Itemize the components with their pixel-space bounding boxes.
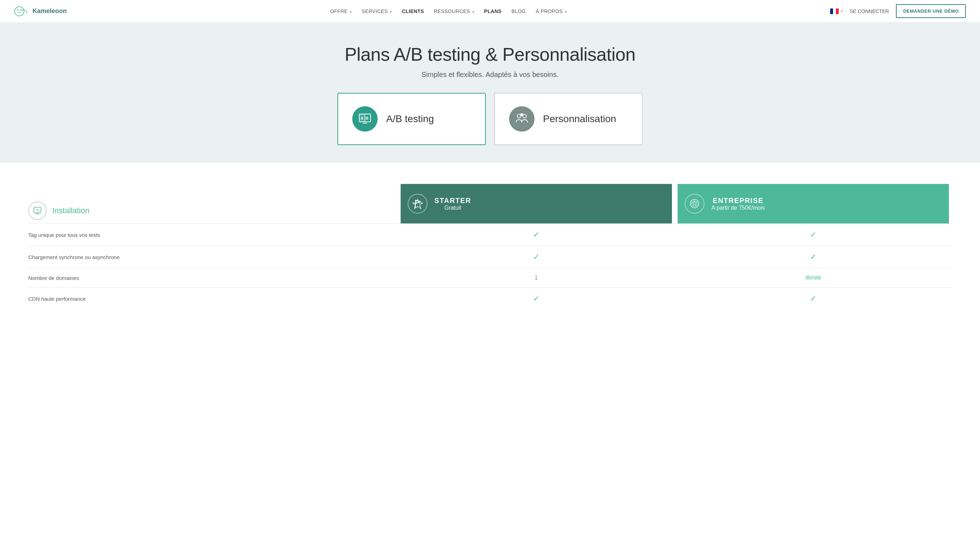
svg-point-1 bbox=[17, 9, 18, 11]
login-link[interactable]: SE CONNECTER bbox=[849, 8, 889, 14]
table-row: Tag unique pour tous vos tests✓✓ bbox=[28, 224, 952, 246]
hero-title: Plans A/B testing & Personnalisation bbox=[14, 44, 966, 65]
svg-rect-3 bbox=[830, 8, 833, 14]
nav-links: OFFRE ▾ SERVICES ▾ CLIENTS RESSOURCES ▾ … bbox=[330, 8, 567, 15]
starter-plan-header: STARTER Gratuit bbox=[401, 184, 672, 223]
check-icon: ✓ bbox=[810, 230, 817, 239]
language-selector[interactable]: ▾ bbox=[830, 8, 843, 14]
nav-item-apropos[interactable]: À PROPOS ▾ bbox=[536, 8, 567, 15]
brand-name: Kameleoon bbox=[33, 7, 67, 15]
svg-point-2 bbox=[20, 9, 21, 11]
plan-cards: A B A/B testing Personnali bbox=[331, 93, 649, 145]
svg-text:A: A bbox=[361, 116, 364, 121]
check-icon: ✓ bbox=[810, 294, 817, 303]
svg-text:</>: </> bbox=[36, 210, 40, 212]
flag-icon bbox=[830, 8, 839, 14]
feature-label: Tag unique pour tous vos tests bbox=[28, 224, 398, 246]
ab-testing-icon: A B bbox=[352, 106, 378, 132]
installation-icon: </> bbox=[28, 202, 47, 220]
starter-value: ✓ bbox=[398, 224, 675, 246]
check-icon: ✓ bbox=[810, 252, 817, 261]
feature-label: CDN haute performance bbox=[28, 288, 398, 310]
starter-value: ✓ bbox=[398, 246, 675, 268]
svg-rect-4 bbox=[833, 8, 836, 14]
entreprise-column-header: ENTREPRISE A partir de 750€/mois bbox=[675, 184, 952, 224]
svg-rect-5 bbox=[836, 8, 839, 14]
starter-value: 1 bbox=[398, 268, 675, 288]
entreprise-value: ✓ bbox=[675, 246, 952, 268]
table-row: Nombre de domaines1illimité bbox=[28, 268, 952, 288]
pricing-section: </> Installation bbox=[0, 163, 980, 324]
starter-icon bbox=[408, 194, 428, 213]
svg-point-14 bbox=[520, 113, 523, 116]
pricing-table: </> Installation bbox=[28, 184, 952, 309]
check-icon: ✓ bbox=[533, 252, 539, 261]
hero-section: Plans A/B testing & Personnalisation Sim… bbox=[0, 23, 980, 163]
installation-title: Installation bbox=[52, 206, 89, 215]
svg-point-0 bbox=[15, 7, 24, 16]
svg-point-19 bbox=[692, 201, 697, 207]
starter-name: STARTER bbox=[434, 197, 471, 205]
starter-plan-text: STARTER Gratuit bbox=[434, 197, 471, 211]
lang-chevron: ▾ bbox=[841, 9, 843, 13]
demo-button[interactable]: DEMANDER UNE DÉMO bbox=[896, 4, 966, 18]
nav-item-clients[interactable]: CLIENTS bbox=[402, 8, 424, 15]
personnalisation-icon bbox=[509, 106, 534, 132]
plan-card-personnalisation[interactable]: Personnalisation bbox=[494, 93, 643, 145]
label-column-header: </> Installation bbox=[28, 184, 398, 224]
nav-item-offre[interactable]: OFFRE ▾ bbox=[330, 8, 352, 15]
nav-right: ▾ SE CONNECTER DEMANDER UNE DÉMO bbox=[830, 4, 966, 18]
table-row: Chargement synchrone ou asynchrone✓✓ bbox=[28, 246, 952, 268]
starter-price: Gratuit bbox=[434, 205, 471, 211]
entreprise-price: A partir de 750€/mois bbox=[712, 205, 765, 211]
feature-label: Chargement synchrone ou asynchrone bbox=[28, 246, 398, 268]
pricing-table-body: Tag unique pour tous vos tests✓✓Chargeme… bbox=[28, 224, 952, 310]
svg-text:B: B bbox=[366, 116, 369, 121]
check-icon: ✓ bbox=[533, 230, 539, 239]
starter-column-header: STARTER Gratuit bbox=[398, 184, 675, 224]
table-header-row: </> Installation bbox=[28, 184, 952, 224]
feature-label: Nombre de domaines bbox=[28, 268, 398, 288]
entreprise-value: illimité bbox=[675, 268, 952, 288]
svg-point-12 bbox=[517, 114, 521, 118]
installation-section: </> Installation bbox=[28, 202, 398, 223]
nav-item-plans[interactable]: PLANS bbox=[484, 8, 501, 15]
hero-subtitle: Simples et flexibles. Adaptés à vos beso… bbox=[14, 71, 966, 79]
entreprise-value: ✓ bbox=[675, 224, 952, 246]
nav-item-blog[interactable]: BLOG bbox=[511, 8, 526, 15]
personnalisation-label: Personnalisation bbox=[543, 113, 616, 125]
table-row: CDN haute performance✓✓ bbox=[28, 288, 952, 310]
main-nav: Kameleoon OFFRE ▾ SERVICES ▾ CLIENTS RES… bbox=[0, 0, 980, 23]
entreprise-icon bbox=[684, 194, 704, 213]
nav-item-ressources[interactable]: RESSOURCES ▾ bbox=[434, 8, 474, 15]
ab-testing-label: A/B testing bbox=[386, 113, 434, 125]
nav-item-services[interactable]: SERVICES ▾ bbox=[362, 8, 392, 15]
plan-card-ab-testing[interactable]: A B A/B testing bbox=[337, 93, 486, 145]
svg-point-13 bbox=[523, 114, 526, 118]
entreprise-plan-header: ENTREPRISE A partir de 750€/mois bbox=[678, 184, 949, 223]
entreprise-value: ✓ bbox=[675, 288, 952, 310]
check-icon: ✓ bbox=[533, 294, 539, 303]
starter-value: ✓ bbox=[398, 288, 675, 310]
entreprise-plan-text: ENTREPRISE A partir de 750€/mois bbox=[712, 197, 765, 211]
logo[interactable]: Kameleoon bbox=[14, 3, 67, 19]
entreprise-name: ENTREPRISE bbox=[712, 197, 765, 205]
